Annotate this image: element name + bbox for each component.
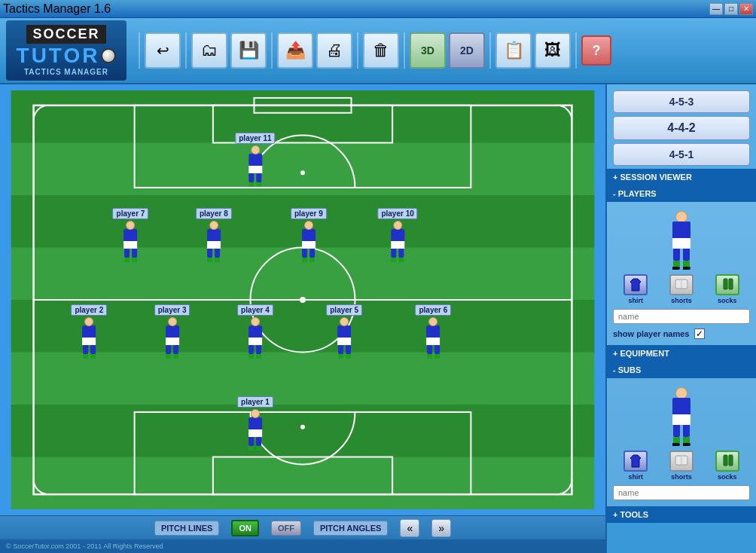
svg-marker-16 [630,279,641,291]
save-button[interactable]: 💾 [230,32,267,69]
player-8[interactable]: player 8 [196,208,232,254]
notes-button[interactable]: 📋 [495,32,532,69]
toolbar-separator [357,32,358,69]
export-button[interactable]: 📤 [277,32,313,69]
players-section-content: shirt shorts [607,202,756,345]
view-3d-button[interactable]: 3D [410,32,446,69]
pitch-lines-on-button[interactable]: ON [231,520,259,536]
close-button[interactable]: ✕ [739,3,753,15]
svg-point-8 [300,297,306,303]
sub-socks-label: socks [718,473,737,481]
pitch-angle-prev-button[interactable]: « [400,519,419,537]
shorts-color-picker[interactable] [669,274,694,295]
sub-shorts-equip-item: shorts [669,451,694,481]
sub-shorts-color-picker[interactable] [669,451,694,472]
player-shorts [248,166,262,173]
toolbar-separator [489,32,491,69]
player-9-figure [298,221,319,254]
print-button[interactable]: 🖨 [316,32,352,69]
sub-shorts-label: shorts [671,473,692,481]
image-button[interactable]: 🖼 [535,32,571,69]
player-11[interactable]: player 11 [235,133,275,179]
open-button[interactable]: 🗂 [191,32,227,69]
toolbar-separator [404,32,405,69]
player-2-figure [78,317,99,350]
equipment-row: shirt shorts [613,274,750,304]
player-3[interactable]: player 3 [154,304,191,350]
player-11-name: player 11 [235,133,275,144]
maximize-button[interactable]: □ [724,3,738,15]
show-player-names-label: show player names [613,329,690,338]
main-content: player 11 [0,84,756,553]
player-1[interactable]: player 1 [237,396,273,442]
panel-player-left-sock [673,261,680,267]
player-6-figure [422,317,444,350]
player-8-figure [203,221,224,254]
sub-socks-color-picker[interactable] [715,451,739,472]
session-viewer-header[interactable]: + SESSION VIEWER [607,169,756,185]
formation-453-button[interactable]: 4-5-3 [613,90,750,113]
player-10[interactable]: player 10 [377,208,417,254]
player-2[interactable]: player 2 [71,304,107,350]
player-7-figure [120,221,141,254]
tools-section-header[interactable]: + TOOLS [607,506,756,523]
player-10-name: player 10 [377,208,417,219]
panel-player-left-leg [673,249,680,261]
pitch-angle-next-button[interactable]: » [431,519,451,537]
pitch-controls: PITCH LINES ON OFF PITCH ANGLES « » [0,515,605,539]
shirt-color-picker[interactable] [623,274,648,295]
equipment-section-header[interactable]: + EQUIPMENT [607,345,756,362]
shirt-equip-item: shirt [623,274,648,304]
window-controls: — □ ✕ [709,3,753,15]
player-3-figure [162,317,183,350]
sub-player-socks [673,437,690,443]
new-button[interactable]: ↩ [145,32,181,69]
formation-442-button[interactable]: 4-4-2 [613,116,750,140]
toolbar: ↩ 🗂 💾 📤 🖨 🗑 3D 2D 📋 🖼 ? [131,32,750,69]
help-button[interactable]: ? [581,35,611,66]
svg-rect-19 [724,279,727,289]
sub-player-shoes [672,443,690,446]
minimize-button[interactable]: — [709,3,723,15]
right-panel: 4-5-3 4-4-2 4-5-1 + SESSION VIEWER - PLA… [605,84,756,553]
player-6[interactable]: player 6 [415,304,451,350]
player-8-name: player 8 [196,208,232,219]
socks-equip-item: socks [715,274,739,304]
panel-player-left-shoe [672,267,680,270]
subs-section-header[interactable]: - SUBS [607,362,756,378]
sub-socks-equip-item: socks [715,451,739,481]
svg-point-12 [300,170,305,175]
header: SOCCER TUTOR TACTICS MANAGER ↩ 🗂 💾 📤 🖨 🗑… [0,18,756,84]
svg-rect-24 [724,455,727,466]
sub-shirt-label: shirt [629,473,644,481]
socks-color-picker[interactable] [715,274,739,295]
player-right-leg [256,173,261,182]
logo: SOCCER TUTOR TACTICS MANAGER [6,20,127,81]
pitch-lines-off-button[interactable]: OFF [271,521,301,536]
toolbar-separator [575,32,577,69]
player-9[interactable]: player 9 [291,208,327,254]
soccer-pitch[interactable]: player 11 [6,90,599,509]
view-2d-button[interactable]: 2D [449,32,485,69]
delete-button[interactable]: 🗑 [363,32,399,69]
show-player-names-checkbox[interactable]: ✓ [694,328,705,339]
formation-451-button[interactable]: 4-5-1 [613,143,750,166]
copyright-bar: © SoccerTutor.com 2001 - 2011 All Rights… [0,539,605,553]
players-section-header[interactable]: - PLAYERS [607,185,756,202]
toolbar-separator [185,32,187,69]
player-7[interactable]: player 7 [113,208,149,254]
player-legs [245,173,266,182]
sub-name-input[interactable] [613,485,750,500]
logo-tutor: TUTOR [17,44,117,68]
player-head [251,145,260,154]
player-3-name: player 3 [154,304,191,316]
panel-player-right-sock [683,261,690,267]
logo-ball-icon [101,48,116,63]
player-5[interactable]: player 5 [326,304,362,350]
player-5-name: player 5 [326,304,362,316]
sub-shirt-color-picker[interactable] [623,451,648,472]
svg-point-15 [300,425,305,429]
window-title: Tactics Manager 1.6 [3,2,111,16]
player-4[interactable]: player 4 [237,304,273,350]
player-name-input[interactable] [613,309,750,324]
